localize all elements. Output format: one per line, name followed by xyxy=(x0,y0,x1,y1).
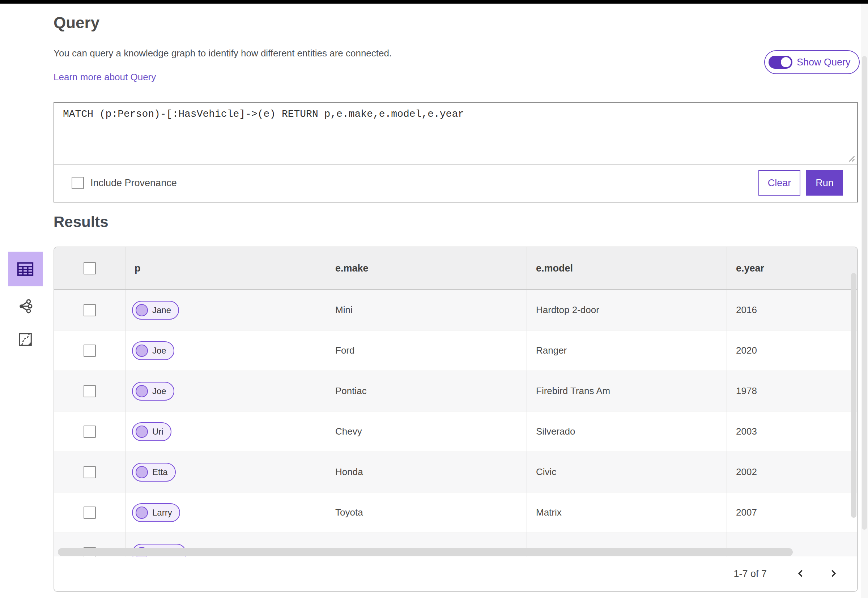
link-chart-view-button[interactable] xyxy=(8,289,43,324)
row-checkbox[interactable] xyxy=(84,385,96,397)
results-table: p e.make e.model e.year Jane Mini Hardto… xyxy=(54,247,858,592)
model-cell: Ranger xyxy=(527,330,727,371)
entity-label: Uri xyxy=(152,427,163,437)
vertical-scrollbar[interactable] xyxy=(851,273,856,518)
year-cell: 2003 xyxy=(727,411,857,451)
entity-node-icon xyxy=(136,507,148,519)
chevron-right-icon xyxy=(827,567,840,581)
link-chart-icon xyxy=(16,298,34,316)
table-row: Jane Mini Hardtop 2-door 2016 xyxy=(54,290,857,330)
toggle-switch-icon[interactable] xyxy=(769,56,792,69)
entity-chip[interactable]: Jane xyxy=(132,301,179,320)
entity-chip[interactable]: Joe xyxy=(132,341,174,360)
row-checkbox[interactable] xyxy=(84,507,96,519)
make-cell: Mini xyxy=(326,290,527,330)
row-select-cell xyxy=(54,452,126,492)
entity-chip[interactable]: Etta xyxy=(132,463,176,481)
entity-node-icon xyxy=(136,304,148,316)
table-icon xyxy=(15,259,35,280)
entity-chip[interactable]: Joe xyxy=(132,382,174,401)
make-cell: Chevy xyxy=(326,411,527,451)
entity-label: Etta xyxy=(152,467,168,477)
toggle-knob xyxy=(781,57,791,67)
column-header-e-make[interactable]: e.make xyxy=(326,247,527,289)
column-header-p[interactable]: p xyxy=(126,247,326,289)
entity-cell: Jane xyxy=(126,290,326,330)
entity-cell: Joe xyxy=(126,330,326,371)
query-text[interactable]: MATCH (p:Person)-[:HasVehicle]->(e) RETU… xyxy=(63,108,464,120)
entity-label: Joe xyxy=(152,345,166,356)
clear-button[interactable]: Clear xyxy=(759,170,801,196)
row-select-cell xyxy=(54,492,126,532)
entity-node-icon xyxy=(136,426,148,438)
entity-cell: Uri xyxy=(126,411,326,451)
row-checkbox[interactable] xyxy=(84,426,96,438)
query-page: Query You can query a knowledge graph to… xyxy=(0,0,868,598)
model-cell: Matrix xyxy=(527,492,727,532)
page-description: You can query a knowledge graph to ident… xyxy=(54,48,392,59)
editor-toolbar: Include Provenance Clear Run xyxy=(54,164,857,202)
map-icon xyxy=(17,331,34,349)
year-cell: 2020 xyxy=(727,330,857,371)
run-button[interactable]: Run xyxy=(806,170,843,196)
entity-label: Joe xyxy=(152,386,166,396)
year-cell: 1978 xyxy=(727,371,857,411)
entity-cell: Joe xyxy=(126,371,326,411)
table-row: Etta Honda Civic 2002 xyxy=(54,452,857,492)
next-page-button[interactable] xyxy=(825,566,841,582)
year-cell: 2016 xyxy=(727,290,857,330)
table-row: Uri Chevy Silverado 2003 xyxy=(54,411,857,452)
show-query-label: Show Query xyxy=(797,57,851,68)
entity-chip[interactable]: Uri xyxy=(132,422,171,441)
table-footer: 1-7 of 7 xyxy=(54,556,857,591)
row-checkbox[interactable] xyxy=(84,345,96,357)
make-cell: Pontiac xyxy=(326,371,527,411)
select-all-checkbox[interactable] xyxy=(84,262,96,274)
table-body: Jane Mini Hardtop 2-door 2016 Joe Ford R… xyxy=(54,290,857,556)
model-cell: Firebird Trans Am xyxy=(527,371,727,411)
show-query-toggle[interactable]: Show Query xyxy=(764,50,860,74)
learn-more-link[interactable]: Learn more about Query xyxy=(54,72,156,83)
entity-node-icon xyxy=(136,466,148,478)
row-checkbox[interactable] xyxy=(84,304,96,316)
entity-chip[interactable]: Larry xyxy=(132,503,180,522)
table-header-row: p e.make e.model e.year xyxy=(54,247,857,290)
make-cell: Toyota xyxy=(326,492,527,532)
year-cell: 2002 xyxy=(727,452,857,492)
query-textarea[interactable]: MATCH (p:Person)-[:HasVehicle]->(e) RETU… xyxy=(54,103,857,165)
entity-label: Jane xyxy=(152,305,171,315)
page-scrollbar-thumb[interactable] xyxy=(862,56,867,530)
row-checkbox[interactable] xyxy=(84,466,96,478)
row-select-cell xyxy=(54,411,126,451)
query-editor-panel: MATCH (p:Person)-[:HasVehicle]->(e) RETU… xyxy=(54,102,858,202)
window-top-edge xyxy=(0,0,868,4)
model-cell: Hardtop 2-door xyxy=(527,290,727,330)
row-select-cell xyxy=(54,371,126,411)
table-row: Joe Pontiac Firebird Trans Am 1978 xyxy=(54,371,857,411)
make-cell: Honda xyxy=(326,452,527,492)
entity-label: Larry xyxy=(152,508,172,518)
row-select-cell xyxy=(54,330,126,371)
make-cell: Ford xyxy=(326,330,527,371)
model-cell: Silverado xyxy=(527,411,727,451)
table-view-button[interactable] xyxy=(8,252,43,286)
page-scrollbar-track[interactable] xyxy=(861,4,868,598)
results-title: Results xyxy=(54,213,109,231)
resize-handle-icon[interactable] xyxy=(846,153,855,162)
pagination-range: 1-7 of 7 xyxy=(733,568,767,580)
previous-page-button[interactable] xyxy=(793,566,809,582)
entity-node-icon xyxy=(136,385,148,397)
page-title: Query xyxy=(54,14,99,32)
horizontal-scrollbar[interactable] xyxy=(58,548,793,556)
chevron-left-icon xyxy=(795,567,807,581)
column-header-e-model[interactable]: e.model xyxy=(527,247,727,289)
entity-node-icon xyxy=(136,345,148,357)
year-cell: 2007 xyxy=(727,492,857,532)
column-header-e-year[interactable]: e.year xyxy=(727,247,857,289)
model-cell: Civic xyxy=(527,452,727,492)
table-row: Joe Ford Ranger 2020 xyxy=(54,330,857,371)
table-row: Larry Toyota Matrix 2007 xyxy=(54,492,857,533)
row-select-cell xyxy=(54,290,126,330)
map-view-button[interactable] xyxy=(8,323,43,357)
include-provenance-checkbox[interactable] xyxy=(72,177,84,189)
